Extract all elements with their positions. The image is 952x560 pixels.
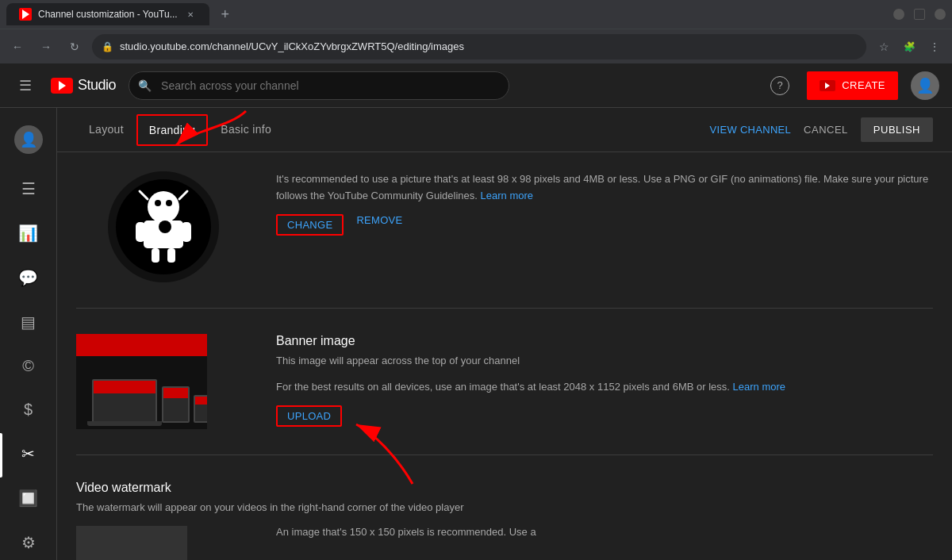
maximize-button[interactable] [914, 9, 925, 20]
comments-icon: 💬 [18, 268, 38, 287]
subtitles-icon: ▤ [21, 313, 36, 332]
svg-point-8 [166, 200, 172, 206]
hamburger-menu[interactable]: ☰ [13, 71, 38, 101]
sidebar-item-audio[interactable]: 🔲 [0, 478, 56, 522]
picture-description: It's recommended to use a picture that's… [276, 171, 933, 205]
header-right: ? CREATE 👤 [766, 71, 939, 100]
tab-layout-label: Layout [89, 123, 124, 136]
browser-toolbar: ← → ↻ 🔒 studio.youtube.com/channel/UCvY_… [0, 29, 952, 63]
tablet-preview [162, 386, 190, 423]
svg-rect-5 [152, 248, 159, 263]
sidebar-item-copyright[interactable]: © [0, 346, 56, 389]
publish-button[interactable]: PUBLISH [861, 117, 933, 142]
channel-picture [108, 171, 219, 282]
address-bar[interactable]: 🔒 studio.youtube.com/channel/UCvY_ilCkXo… [92, 34, 866, 59]
create-button[interactable]: CREATE [807, 71, 898, 100]
tab-branding-label: Branding [149, 124, 195, 136]
url-text: studio.youtube.com/channel/UCvY_ilCkXoZY… [120, 40, 464, 52]
browser-menu-button[interactable]: ⋮ [923, 36, 946, 58]
search-wrapper: 🔍 [129, 71, 509, 100]
sidebar-item-channel[interactable]: 👤 [0, 114, 56, 168]
tablet-screen-banner [163, 388, 188, 398]
app-header: ☰ Studio 🔍 ? CREATE [0, 63, 952, 108]
cancel-button[interactable]: CANCEL [804, 124, 848, 136]
picture-learn-more[interactable]: Learn more [481, 190, 533, 201]
change-picture-button[interactable]: CHANGE [276, 214, 344, 236]
help-button[interactable]: ? [766, 71, 794, 100]
laptop-preview [92, 379, 157, 423]
create-label: CREATE [842, 79, 885, 91]
banner-devices-preview [76, 334, 207, 429]
tab-close-button[interactable]: ✕ [184, 8, 197, 21]
minimize-button[interactable] [893, 9, 904, 20]
yt-logo-icon [51, 78, 73, 94]
remove-picture-button[interactable]: REMOVE [356, 214, 402, 236]
search-input[interactable] [129, 71, 509, 100]
tab-title: Channel customization - YouTu... [38, 9, 178, 20]
svg-point-7 [155, 200, 161, 206]
tab-layout[interactable]: Layout [76, 108, 136, 152]
picture-preview [76, 171, 251, 282]
browser-frame: Channel customization - YouTu... ✕ + ← →… [0, 0, 952, 63]
content-area: 👤 ☰ 📊 💬 ▤ © $ ✂ [0, 108, 952, 560]
upload-banner-button[interactable]: UPLOAD [276, 405, 342, 427]
create-video-icon [820, 80, 835, 91]
extensions-button[interactable]: 🧩 [898, 36, 920, 58]
forward-button[interactable]: → [35, 36, 57, 58]
laptop-screen-banner [94, 381, 155, 393]
tab-branding[interactable]: Branding [136, 114, 208, 146]
new-tab-button[interactable]: + [216, 5, 235, 24]
svg-rect-3 [136, 222, 145, 242]
lock-icon: 🔒 [102, 41, 113, 52]
watermark-title: Video watermark [76, 481, 933, 495]
sidebar-item-subtitles[interactable]: ▤ [0, 301, 56, 346]
search-bar[interactable]: 🔍 [129, 71, 509, 100]
picture-info: It's recommended to use a picture that's… [276, 171, 933, 282]
sidebar-item-comments[interactable]: 💬 [0, 257, 56, 301]
help-icon: ? [770, 76, 789, 95]
banner-top-bar [76, 334, 207, 356]
back-button[interactable]: ← [6, 36, 29, 58]
watermark-subtitle: The watermark will appear on your videos… [76, 501, 933, 513]
avatar-initial: 👤 [916, 77, 934, 94]
browser-tab[interactable]: Channel customization - YouTu... ✕ [6, 3, 209, 25]
sidebar-item-content[interactable]: ☰ [0, 168, 56, 213]
svg-point-1 [148, 191, 179, 223]
banner-description: For the best results on all devices, use… [276, 379, 933, 396]
svg-rect-4 [182, 222, 191, 242]
create-play-icon [825, 82, 830, 89]
star-button[interactable]: ☆ [873, 36, 895, 58]
phone-preview [194, 395, 207, 423]
analytics-icon: 📊 [18, 224, 38, 243]
settings-icon: ⚙ [21, 533, 36, 552]
user-avatar[interactable]: 👤 [911, 71, 939, 100]
browser-titlebar: Channel customization - YouTu... ✕ + [0, 0, 952, 29]
banner-title: Banner image [276, 334, 933, 348]
tabs-bar: Layout Branding Basic info VIEW CHANNEL … [57, 108, 952, 152]
banner-preview [76, 334, 251, 429]
watermark-placeholder-box [76, 526, 187, 560]
customization-icon: ✂ [21, 444, 35, 463]
watermark-row: An image that's 150 x 150 pixels is reco… [76, 526, 933, 560]
favicon-play [22, 10, 29, 19]
banner-learn-more[interactable]: Learn more [733, 381, 785, 393]
youtube-studio-logo[interactable]: Studio [51, 77, 116, 94]
sidebar-item-customization[interactable]: ✂ [0, 433, 56, 478]
sidebar: 👤 ☰ 📊 💬 ▤ © $ ✂ [0, 108, 57, 560]
view-channel-button[interactable]: VIEW CHANNEL [710, 124, 792, 136]
youtube-favicon [19, 8, 32, 21]
laptop-base [87, 421, 162, 426]
picture-section: It's recommended to use a picture that's… [76, 171, 933, 309]
svg-rect-6 [167, 248, 175, 263]
search-icon: 🔍 [138, 79, 152, 92]
sidebar-item-analytics[interactable]: 📊 [0, 213, 56, 257]
sidebar-item-earn[interactable]: $ [0, 389, 56, 433]
refresh-button[interactable]: ↻ [63, 36, 86, 58]
branding-content: It's recommended to use a picture that's… [57, 152, 952, 560]
studio-text: Studio [78, 77, 116, 94]
sidebar-item-settings[interactable]: ⚙ [0, 522, 56, 560]
content-icon: ☰ [21, 179, 36, 198]
tab-basic-info[interactable]: Basic info [208, 108, 284, 152]
close-button[interactable] [935, 9, 946, 20]
phone-screen-banner [195, 397, 207, 405]
